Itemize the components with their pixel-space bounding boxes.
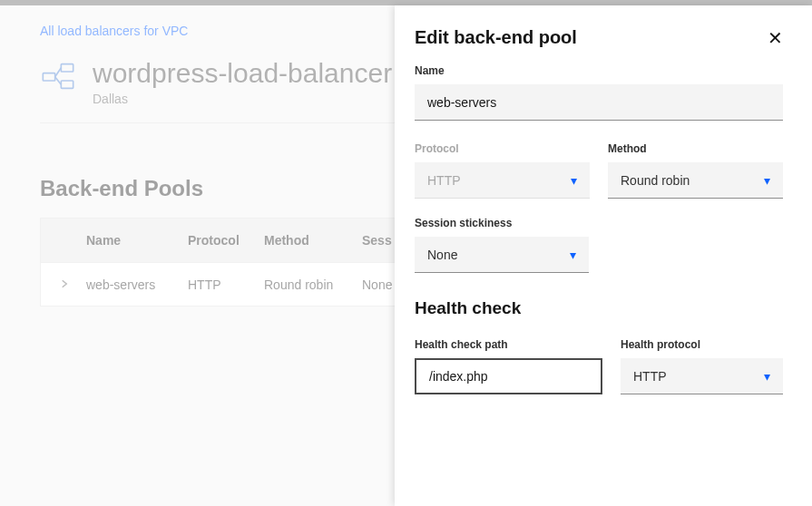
- page-title: wordpress-load-balancer: [93, 58, 392, 88]
- chevron-down-icon: ▾: [764, 173, 770, 188]
- col-header-name: Name: [86, 233, 188, 248]
- health-path-input[interactable]: [415, 358, 602, 394]
- col-header-protocol: Protocol: [188, 233, 264, 248]
- name-label: Name: [415, 64, 783, 77]
- cell-name: web-servers: [86, 277, 188, 292]
- panel-title: Edit back-end pool: [415, 27, 577, 48]
- method-value: Round robin: [621, 173, 690, 188]
- svg-rect-1: [61, 64, 73, 72]
- protocol-label: Protocol: [415, 142, 590, 155]
- load-balancer-icon: [40, 58, 76, 98]
- health-path-label: Health check path: [415, 338, 602, 351]
- chevron-down-icon: ▾: [764, 369, 770, 384]
- chevron-down-icon: ▾: [570, 248, 576, 262]
- stickiness-label: Session stickiness: [415, 217, 783, 229]
- method-label: Method: [608, 142, 783, 155]
- chevron-right-icon[interactable]: [59, 277, 70, 292]
- chevron-down-icon: ▾: [571, 173, 577, 188]
- health-check-heading: Health check: [415, 298, 783, 318]
- col-header-method: Method: [264, 233, 362, 248]
- svg-rect-2: [61, 81, 73, 88]
- close-icon[interactable]: ✕: [768, 29, 783, 47]
- stickiness-value: None: [427, 248, 457, 262]
- stickiness-select[interactable]: None ▾: [415, 237, 589, 273]
- edit-pool-panel: Edit back-end pool ✕ Name Protocol HTTP …: [395, 5, 812, 506]
- health-protocol-label: Health protocol: [621, 338, 783, 351]
- region-label: Dallas: [93, 92, 392, 106]
- name-input[interactable]: [415, 84, 783, 121]
- svg-rect-0: [43, 73, 54, 81]
- health-protocol-select[interactable]: HTTP ▾: [621, 358, 783, 394]
- method-select[interactable]: Round robin ▾: [608, 162, 783, 199]
- health-protocol-value: HTTP: [633, 369, 667, 384]
- cell-method: Round robin: [264, 277, 362, 292]
- page-title-block: wordpress-load-balancer Dallas: [93, 58, 392, 106]
- cell-protocol: HTTP: [188, 277, 264, 292]
- protocol-value: HTTP: [427, 173, 461, 188]
- protocol-select: HTTP ▾: [415, 162, 590, 199]
